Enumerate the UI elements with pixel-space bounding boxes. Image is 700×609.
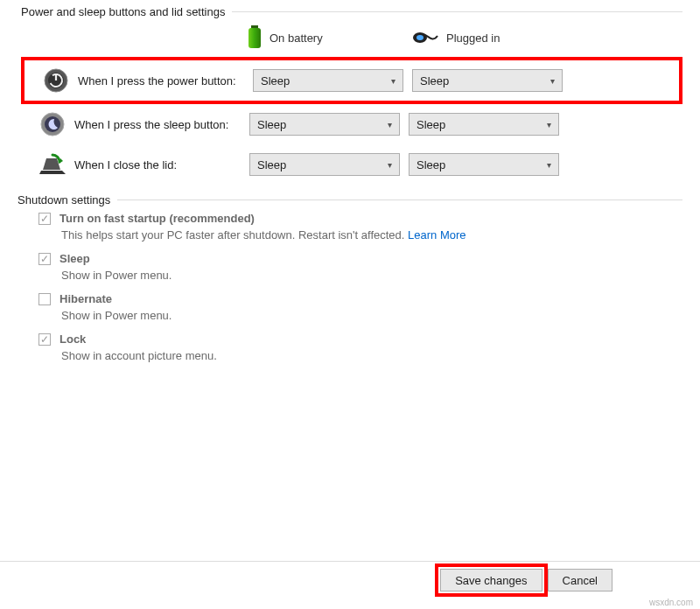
column-pluggedin-label: Plugged in	[446, 32, 500, 45]
power-button-plugged-select[interactable]: Sleep ▾	[412, 69, 563, 92]
select-value: Sleep	[257, 158, 286, 172]
hibernate-desc: Show in Power menu.	[61, 309, 682, 322]
chevron-down-icon: ▾	[388, 120, 392, 130]
save-button-highlight: Save changes	[435, 564, 547, 597]
sleep-button-plugged-select[interactable]: Sleep ▾	[409, 113, 559, 136]
plug-icon	[413, 30, 439, 46]
lock-desc: Show in account picture menu.	[61, 349, 682, 362]
fast-startup-title: Turn on fast startup (recommended)	[60, 212, 255, 225]
select-value: Sleep	[420, 74, 449, 88]
chevron-down-icon: ▾	[550, 76, 555, 86]
column-headers: On battery Plugged in	[21, 25, 682, 50]
shutdown-item-fast-startup: Turn on fast startup (recommended) This …	[38, 212, 682, 242]
learn-more-link[interactable]: Learn More	[408, 228, 466, 242]
power-button-icon	[43, 67, 69, 94]
select-value: Sleep	[261, 74, 290, 88]
sleep-button-battery-select[interactable]: Sleep ▾	[249, 113, 400, 136]
footer-divider	[0, 561, 700, 562]
power-lid-section-title: Power and sleep buttons and lid settings	[21, 5, 232, 18]
sleep-desc: Show in Power menu.	[61, 269, 682, 282]
shutdown-item-lock: Lock Show in account picture menu.	[38, 332, 682, 362]
shutdown-item-sleep: Sleep Show in Power menu.	[38, 252, 682, 282]
select-value: Sleep	[416, 118, 445, 131]
row-sleep-button-label: When I press the sleep button:	[74, 118, 249, 131]
checkbox-hibernate[interactable]	[38, 293, 51, 305]
svg-marker-10	[39, 171, 66, 174]
svg-rect-1	[248, 28, 261, 48]
close-lid-plugged-select[interactable]: Sleep ▾	[409, 153, 559, 176]
lock-title: Lock	[60, 332, 86, 346]
laptop-lid-icon	[39, 151, 66, 178]
row-power-button-label: When I press the power button:	[78, 74, 253, 88]
checkbox-sleep[interactable]	[38, 253, 51, 265]
sleep-button-icon	[39, 111, 66, 137]
footer-buttons: Save changes Cancel	[435, 564, 612, 597]
hibernate-title: Hibernate	[60, 292, 112, 305]
section-divider	[232, 11, 682, 12]
row-sleep-button: When I press the sleep button: Sleep ▾ S…	[21, 104, 682, 144]
save-changes-button[interactable]: Save changes	[440, 569, 542, 592]
select-value: Sleep	[257, 118, 286, 131]
svg-marker-11	[43, 158, 60, 170]
chevron-down-icon: ▾	[391, 76, 396, 86]
sleep-title: Sleep	[60, 252, 90, 265]
chevron-down-icon: ▾	[388, 160, 392, 170]
column-battery-label: On battery	[270, 32, 323, 45]
close-lid-battery-select[interactable]: Sleep ▾	[249, 153, 400, 176]
checkbox-fast-startup[interactable]	[38, 213, 51, 225]
row-power-button: When I press the power button: Sleep ▾ S…	[21, 57, 682, 104]
checkbox-lock[interactable]	[38, 333, 51, 346]
battery-icon	[247, 25, 262, 50]
shutdown-item-hibernate: Hibernate Show in Power menu.	[38, 292, 682, 322]
watermark: wsxdn.com	[649, 598, 693, 607]
shutdown-section-heading: Shutdown settings	[18, 193, 682, 206]
chevron-down-icon: ▾	[547, 160, 551, 170]
svg-point-3	[416, 35, 424, 40]
row-close-lid-label: When I close the lid:	[74, 158, 249, 172]
select-value: Sleep	[416, 158, 445, 172]
shutdown-section-title: Shutdown settings	[18, 193, 117, 206]
section-divider	[117, 200, 682, 200]
fast-startup-desc: This helps start your PC faster after sh…	[61, 228, 682, 242]
row-close-lid: When I close the lid: Sleep ▾ Sleep ▾	[21, 144, 682, 185]
chevron-down-icon: ▾	[547, 120, 551, 130]
fast-startup-desc-text: This helps start your PC faster after sh…	[61, 228, 408, 242]
cancel-button[interactable]: Cancel	[548, 569, 612, 592]
svg-rect-0	[251, 25, 258, 28]
power-button-battery-select[interactable]: Sleep ▾	[253, 69, 403, 92]
power-lid-section-heading: Power and sleep buttons and lid settings	[21, 5, 682, 18]
